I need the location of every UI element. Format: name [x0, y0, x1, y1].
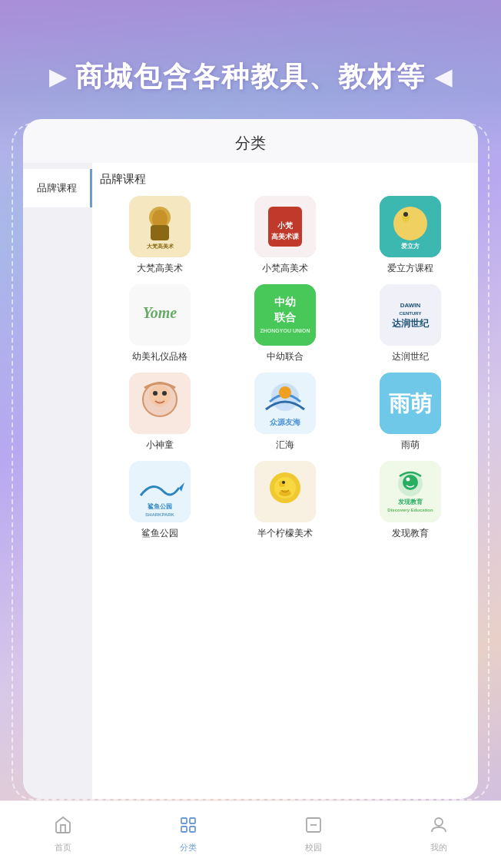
brands-grid: 大梵高美术 大梵高美术 小梵 高美术课 小梵	[100, 196, 470, 540]
brand-name-xiaofan: 小梵高美术	[262, 262, 308, 275]
brand-item-banlemon[interactable]: 半个柠檬美术	[225, 461, 344, 540]
banner-arrow-left: ▶	[49, 65, 66, 90]
brand-item-yumeng[interactable]: 雨萌 雨萌	[351, 373, 470, 452]
brand-name-youmei: 幼美礼仪品格	[132, 350, 187, 363]
banner-arrow-right: ◀	[435, 65, 452, 90]
svg-text:CENTURY: CENTURY	[400, 311, 422, 316]
svg-point-13	[403, 212, 408, 217]
svg-point-28	[153, 391, 158, 396]
mine-icon	[430, 816, 448, 839]
svg-text:Yome: Yome	[142, 304, 177, 321]
brand-logo-darun: DAWIN CENTURY 达润世纪	[380, 284, 441, 346]
brand-logo-huihai: 众源友海	[254, 373, 316, 434]
brand-item-dafan[interactable]: 大梵高美术 大梵高美术	[100, 196, 219, 275]
brand-item-faxian[interactable]: 发现教育 Discovery Education 发现教育	[351, 461, 470, 540]
svg-text:雨萌: 雨萌	[389, 392, 433, 416]
category-icon	[179, 816, 197, 839]
nav-item-category[interactable]: 分类	[167, 810, 210, 860]
brand-item-alifang[interactable]: 爱立方 爱立方课程	[351, 196, 470, 275]
brand-name-yumeng: 雨萌	[401, 439, 420, 452]
svg-text:SHARKPARK: SHARKPARK	[145, 512, 175, 517]
brand-name-xiaoshen: 小神童	[146, 439, 174, 452]
nav-label-campus: 校园	[305, 842, 322, 853]
svg-point-49	[406, 478, 410, 482]
brand-item-huihai[interactable]: 众源友海 汇海	[225, 373, 344, 452]
campus-icon	[304, 816, 323, 839]
bottom-nav: 首页 分类 校园 我的	[0, 800, 501, 868]
brand-name-alifang: 爱立方课程	[387, 262, 433, 275]
content-area: 品牌课程 大梵高美术 大梵高美术	[92, 163, 478, 799]
card-body: 品牌课程 品牌课程 大梵高美术	[23, 163, 478, 799]
brand-logo-yumeng: 雨萌	[380, 373, 441, 434]
brand-name-faxian: 发现教育	[392, 527, 429, 540]
svg-text:发现教育: 发现教育	[397, 498, 423, 505]
svg-point-45	[282, 481, 285, 484]
brand-logo-zhongyou: 中幼 联合 ZHONGYOU UNION	[254, 284, 316, 346]
home-icon	[54, 816, 72, 839]
brand-logo-faxian: 发现教育 Discovery Education	[380, 461, 441, 522]
brand-item-xiaofan[interactable]: 小梵 高美术课 小梵高美术	[225, 196, 344, 275]
svg-text:达润世纪: 达润世纪	[392, 318, 430, 329]
svg-point-48	[403, 475, 418, 490]
banner-content: ▶ 商城包含各种教具、教材等 ◀	[49, 58, 452, 96]
svg-text:众源友海: 众源友海	[269, 418, 301, 426]
sidebar-item-brand[interactable]: 品牌课程	[23, 169, 92, 207]
section-title: 品牌课程	[100, 172, 470, 187]
svg-point-58	[435, 818, 443, 826]
brand-name-shay: 鲨鱼公园	[141, 527, 178, 540]
svg-text:高美术课: 高美术课	[271, 232, 300, 240]
svg-text:中幼: 中幼	[274, 296, 296, 308]
svg-rect-52	[181, 818, 187, 823]
svg-text:ZHONGYOU UNION: ZHONGYOU UNION	[260, 328, 310, 333]
svg-text:Discovery Education: Discovery Education	[388, 508, 434, 512]
nav-item-campus[interactable]: 校园	[292, 810, 335, 860]
svg-point-44	[279, 490, 291, 496]
category-sidebar: 品牌课程	[23, 163, 92, 799]
svg-rect-54	[181, 827, 187, 832]
nav-label-mine: 我的	[430, 842, 447, 853]
svg-text:DAWIN: DAWIN	[400, 302, 421, 309]
main-card: 分类 品牌课程 品牌课程	[23, 119, 478, 799]
brand-item-zhongyou[interactable]: 中幼 联合 ZHONGYOU UNION 中幼联合	[225, 284, 344, 363]
svg-text:联合: 联合	[274, 311, 297, 323]
nav-item-home[interactable]: 首页	[41, 810, 85, 860]
svg-text:鲨鱼公园: 鲨鱼公园	[148, 502, 172, 510]
brand-item-xiaoshen[interactable]: 小神童	[100, 373, 219, 452]
nav-label-category: 分类	[180, 842, 197, 853]
svg-rect-55	[190, 827, 195, 832]
svg-point-32	[279, 386, 291, 399]
brand-logo-youmei: Yome	[129, 284, 191, 346]
svg-text:小梵: 小梵	[277, 221, 294, 230]
brand-logo-dafan: 大梵高美术	[129, 196, 191, 257]
brand-item-shay[interactable]: 鲨鱼公园 SHARKPARK 鲨鱼公园	[100, 461, 219, 540]
brand-name-huihai: 汇海	[276, 439, 294, 452]
brand-name-banlemon: 半个柠檬美术	[257, 527, 313, 540]
card-header: 分类	[23, 119, 478, 163]
svg-text:大梵高美术: 大梵高美术	[145, 243, 174, 250]
sidebar-item-label: 品牌课程	[37, 182, 77, 194]
svg-rect-53	[190, 818, 195, 823]
banner-title: 商城包含各种教具、教材等	[75, 58, 426, 96]
svg-point-11	[400, 210, 421, 232]
brand-logo-banlemon	[254, 461, 316, 522]
nav-item-mine[interactable]: 我的	[417, 810, 460, 860]
svg-rect-3	[151, 225, 169, 240]
svg-point-29	[162, 391, 167, 396]
brand-item-darun[interactable]: DAWIN CENTURY 达润世纪 达润世纪	[351, 284, 470, 363]
brand-name-dafan: 大梵高美术	[137, 262, 183, 275]
brand-name-darun: 达润世纪	[392, 350, 429, 363]
brand-logo-shay: 鲨鱼公园 SHARKPARK	[129, 461, 191, 522]
brand-logo-xiaofan: 小梵 高美术课	[254, 196, 316, 257]
brand-logo-xiaoshen	[129, 373, 191, 434]
svg-text:爱立方: 爱立方	[401, 242, 420, 250]
brand-logo-alifang: 爱立方	[380, 196, 441, 257]
brand-name-zhongyou: 中幼联合	[267, 350, 304, 363]
nav-label-home: 首页	[55, 842, 71, 853]
brand-item-youmei[interactable]: Yome 幼美礼仪品格	[100, 284, 219, 363]
